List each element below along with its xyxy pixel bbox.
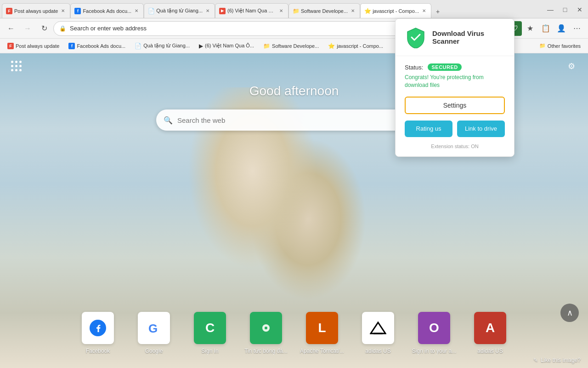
quick-link-google[interactable]: G Google	[129, 312, 179, 354]
quick-link-signin[interactable]: C Sign In	[185, 312, 235, 354]
quick-link-adidas2-label: adidas US	[465, 348, 515, 354]
tab-6-favicon: ⭐	[364, 8, 371, 14]
search-input[interactable]	[177, 116, 424, 124]
like-image-button[interactable]: ✎ Like this image?	[533, 357, 581, 363]
status-badge: SECURED	[428, 63, 461, 71]
tab-1-close[interactable]: ✕	[60, 8, 66, 14]
search-icon: 🔍	[164, 116, 173, 125]
quick-link-news[interactable]: Tin tức bóng đá...	[241, 312, 291, 354]
quick-link-adidas-icon	[362, 312, 394, 344]
quick-link-adidas2[interactable]: A adidas US	[465, 312, 515, 354]
refresh-icon: ↻	[41, 24, 47, 33]
reading-list-button[interactable]: 📋	[538, 21, 553, 36]
grid-apps-button[interactable]	[9, 59, 24, 74]
tab-2-title: Facebook Ads docu...	[83, 8, 131, 14]
tab-3-close[interactable]: ✕	[204, 8, 211, 14]
quick-link-facebook-label: Facebook	[73, 348, 123, 354]
like-image-text: Like this image?	[541, 357, 581, 363]
bookmark-fb-favicon: f	[68, 43, 75, 49]
tab-1[interactable]: F Post always update ✕	[2, 3, 70, 18]
svg-text:G: G	[148, 322, 158, 335]
tab-5[interactable]: 📁 Software Develope... ✕	[288, 3, 360, 18]
profile-icon: 👤	[557, 24, 566, 33]
tab-5-title: Software Develope...	[301, 8, 348, 14]
quick-link-signin-label: Sign In	[185, 348, 235, 354]
quick-link-account[interactable]: O Sign in to your a...	[409, 312, 459, 354]
bookmark-post-update[interactable]: F Post always update	[4, 42, 63, 50]
maximize-button[interactable]: □	[559, 3, 571, 16]
tab-3-title: Quà tặng từ Giang...	[156, 8, 203, 14]
tab-2-close[interactable]: ✕	[133, 8, 140, 14]
bookmark-vietnam[interactable]: ▶ (6) Việt Nam Qua Ô...	[195, 42, 258, 50]
tab-2[interactable]: f Facebook Ads docu... ✕	[70, 3, 144, 18]
popup-body: Status: SECURED Congrats! You're protect…	[396, 56, 514, 156]
rating-label: Rating us	[416, 125, 441, 132]
quick-link-facebook[interactable]: Facebook	[73, 312, 123, 354]
quick-link-apache[interactable]: L Apache Tomcat/...	[297, 312, 347, 354]
bookmark-vietnam-label: (6) Việt Nam Qua Ô...	[205, 43, 254, 49]
bookmark-js-label: javascript - Compo...	[337, 43, 383, 49]
popup-status-row: Status: SECURED	[405, 63, 505, 71]
popup-title: Download Virus Scanner	[432, 29, 505, 45]
minimize-button[interactable]: —	[544, 3, 557, 16]
chevron-up-icon: ∧	[567, 308, 573, 318]
bookmark-fb-ads[interactable]: f Facebook Ads docu...	[65, 42, 129, 50]
popup-logo	[405, 26, 427, 48]
pencil-icon: ✎	[533, 357, 538, 363]
tab-6[interactable]: ⭐ javascript - Compo... ✕	[360, 3, 431, 18]
bookmark-post-favicon: F	[7, 43, 14, 49]
quick-link-account-label: Sign in to your a...	[409, 348, 459, 354]
settings-label: Settings	[443, 102, 467, 109]
tab-bar: F Post always update ✕ f Facebook Ads do…	[0, 0, 588, 18]
profile-button[interactable]: 👤	[554, 21, 569, 36]
bookmark-javascript[interactable]: ⭐ javascript - Compo...	[324, 42, 387, 50]
greeting-text: Good afternoon	[249, 84, 339, 98]
bookmark-vietnam-favicon: ▶	[199, 43, 203, 49]
bookmark-qua-label: Quà tặng từ Giang...	[143, 43, 190, 49]
menu-button[interactable]: ⋯	[570, 21, 584, 36]
greeting-container: Good afternoon	[249, 84, 339, 98]
bookmark-software[interactable]: 📁 Software Develope...	[260, 42, 322, 50]
tab-4-title: (6) Việt Nam Qua Ô...	[227, 8, 276, 14]
tab-5-close[interactable]: ✕	[350, 8, 356, 14]
popup-desc-line1: Congrats! You're protecting from	[405, 74, 484, 80]
tab-6-close[interactable]: ✕	[421, 8, 427, 14]
extension-popup: Download Virus Scanner Status: SECURED C…	[395, 18, 514, 157]
quick-link-news-icon	[250, 312, 282, 344]
grid-icon	[11, 61, 22, 72]
status-label: Status:	[405, 64, 423, 71]
bookmark-software-favicon: 📁	[263, 43, 270, 49]
close-button[interactable]: ✕	[573, 3, 586, 16]
menu-icon: ⋯	[573, 24, 581, 33]
scroll-up-button[interactable]: ∧	[560, 304, 579, 322]
bookmark-software-label: Software Develope...	[272, 43, 319, 49]
bookmark-post-label: Post always update	[16, 43, 59, 49]
new-tab-button[interactable]: +	[431, 5, 444, 18]
quick-link-adidas[interactable]: adidas US	[353, 312, 403, 354]
favorites-bar-button[interactable]: ★	[523, 21, 537, 36]
search-container: 🔍	[156, 109, 432, 131]
tab-4[interactable]: ▶ (6) Việt Nam Qua Ô... ✕	[215, 3, 288, 18]
search-bar[interactable]: 🔍	[156, 109, 432, 131]
settings-button[interactable]: Settings	[405, 97, 505, 114]
svg-marker-5	[371, 322, 385, 334]
bookmark-qua-tang[interactable]: 📄 Quà tặng từ Giang...	[131, 42, 193, 50]
back-icon: ←	[7, 24, 15, 33]
rating-button[interactable]: Rating us	[405, 121, 452, 137]
drive-button[interactable]: Link to drive	[457, 121, 505, 137]
forward-button[interactable]: →	[20, 21, 35, 36]
other-favorites[interactable]: 📁 Other favorites	[536, 42, 584, 50]
quick-link-apache-label: Apache Tomcat/...	[297, 348, 347, 354]
quick-link-facebook-icon	[82, 312, 114, 344]
back-button[interactable]: ←	[4, 21, 18, 36]
bookmark-qua-favicon: 📄	[135, 43, 141, 49]
quick-link-account-icon: O	[418, 312, 450, 344]
refresh-button[interactable]: ↻	[37, 21, 51, 36]
tab-1-title: Post always update	[14, 8, 58, 14]
quick-link-adidas-label: adidas US	[353, 348, 403, 354]
star-filled-icon: ★	[527, 24, 533, 33]
bookmark-fb-label: Facebook Ads docu...	[77, 43, 125, 49]
tab-4-close[interactable]: ✕	[278, 8, 284, 14]
newtab-settings-button[interactable]: ⚙	[564, 59, 579, 74]
tab-3[interactable]: 📄 Quà tặng từ Giang... ✕	[144, 3, 215, 18]
